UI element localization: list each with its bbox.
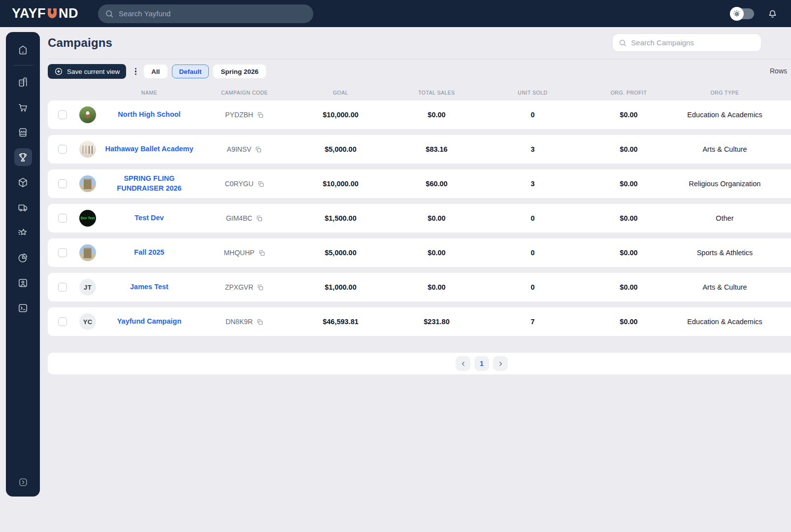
orange-u-magnet-icon — [46, 7, 58, 20]
chevron-right-icon — [497, 360, 504, 367]
org-profit-value: $0.00 — [581, 180, 677, 188]
unit-sold-value: 3 — [485, 145, 581, 153]
unit-sold-value: 3 — [485, 180, 581, 188]
sidebar-item-delivery-truck-icon[interactable] — [14, 199, 32, 216]
campaign-avatar-photo-ballet — [79, 141, 96, 158]
campaign-name-link[interactable]: Test Dev — [134, 213, 164, 223]
campaign-name-link[interactable]: Fall 2025 — [134, 248, 164, 258]
sidebar-item-shooting-star-icon[interactable] — [14, 224, 32, 241]
campaigns-table: NAMECAMPAIGN CODEGOALTOTAL SALESUNIT SOL… — [48, 85, 791, 374]
save-view-button[interactable]: Save current view — [48, 64, 126, 79]
copy-code-icon[interactable] — [256, 318, 264, 326]
sidebar-item-trophy-icon[interactable] — [14, 148, 32, 166]
campaign-name-link[interactable]: SPRING FLING FUNDRAISER 2026 — [103, 174, 195, 193]
sidebar-item-pie-chart-icon[interactable] — [14, 249, 32, 266]
table-row: JT James Test ZPXGVR $1,000.00 $0.00 0 $… — [48, 273, 791, 301]
goal-value: $5,000.00 — [293, 249, 389, 257]
notifications-bell-icon[interactable] — [767, 8, 778, 19]
campaign-avatar-photo-dog — [79, 106, 96, 123]
copy-code-icon[interactable] — [256, 215, 263, 222]
copy-code-icon[interactable] — [255, 146, 262, 153]
view-tab-default[interactable]: Default — [172, 65, 209, 78]
campaign-avatar-photo-cathedral — [79, 175, 96, 192]
unit-sold-value: 0 — [485, 283, 581, 291]
sidebar-item-contact-card-icon[interactable] — [14, 274, 32, 292]
row-checkbox[interactable] — [58, 317, 67, 326]
unit-sold-value: 0 — [485, 249, 581, 257]
total-sales-value: $0.00 — [389, 214, 485, 222]
campaign-search — [612, 33, 761, 52]
row-checkbox[interactable] — [58, 179, 67, 188]
campaign-name-link[interactable]: James Test — [130, 282, 168, 292]
org-profit-value: $0.00 — [581, 249, 677, 257]
pagination-next-button[interactable] — [493, 356, 508, 371]
sidebar-item-shopping-cart-icon[interactable] — [14, 98, 32, 116]
org-profit-value: $0.00 — [581, 145, 677, 153]
goal-value: $10,000.00 — [293, 111, 389, 119]
sidebar-item-home-icon[interactable] — [14, 41, 32, 59]
pagination-page-1[interactable]: 1 — [474, 356, 489, 371]
copy-code-icon[interactable] — [258, 249, 265, 257]
yayfund-logo[interactable]: YAYF ND — [12, 6, 78, 21]
sidebar-item-terminal-icon[interactable] — [14, 299, 32, 317]
table-header-row: NAMECAMPAIGN CODEGOALTOTAL SALESUNIT SOL… — [48, 85, 791, 100]
org-type-value: Arts & Culture — [677, 283, 773, 291]
row-checkbox[interactable] — [58, 110, 67, 119]
copy-code-icon[interactable] — [257, 284, 264, 291]
pagination-prev-button[interactable] — [456, 356, 470, 371]
copy-code-icon[interactable] — [257, 111, 264, 119]
campaign-name-link[interactable]: North High School — [118, 110, 180, 120]
campaign-name-link[interactable]: Hathaway Ballet Academy — [105, 144, 193, 154]
column-header: GOAL — [293, 90, 389, 96]
total-sales-value: $0.00 — [389, 111, 485, 119]
theme-toggle[interactable] — [731, 8, 754, 19]
column-header: UNIT SOLD — [485, 90, 581, 96]
sidebar-collapse-chevron-right-square[interactable] — [16, 475, 31, 490]
campaign-code: A9INSV — [227, 145, 252, 153]
header-divider — [48, 59, 791, 59]
top-navbar: YAYF ND — [0, 0, 791, 27]
row-checkbox[interactable] — [58, 145, 67, 154]
goal-value: $1,500.00 — [293, 214, 389, 222]
org-type-value: Education & Academics — [677, 111, 773, 119]
toolbar: Save current view AllDefaultSpring 2026 … — [48, 64, 791, 79]
total-sales-value: $83.16 — [389, 145, 485, 153]
search-icon — [619, 38, 626, 47]
sidebar-item-cube-icon[interactable] — [14, 173, 32, 191]
save-view-label: Save current view — [67, 68, 120, 75]
table-footer: 1 — [48, 353, 791, 374]
view-tabs: AllDefaultSpring 2026 — [144, 65, 270, 78]
logo-text-post: ND — [59, 6, 78, 21]
total-sales-value: $60.00 — [389, 180, 485, 188]
org-profit-value: $0.00 — [581, 111, 677, 119]
copy-code-icon[interactable] — [257, 180, 264, 188]
view-tab-all[interactable]: All — [144, 65, 167, 78]
campaign-code: MHQUHP — [224, 249, 254, 257]
campaign-code: DN8K9R — [226, 318, 253, 326]
row-checkbox[interactable] — [58, 248, 67, 257]
campaign-name-link[interactable]: Yayfund Campaign — [117, 317, 182, 327]
org-profit-value: $0.00 — [581, 214, 677, 222]
org-type-value: Sports & Athletics — [677, 249, 773, 257]
sidebar-item-storefront-icon[interactable] — [14, 123, 32, 141]
more-options-icon[interactable] — [131, 68, 140, 75]
org-type-value: Arts & Culture — [677, 145, 773, 153]
row-checkbox[interactable] — [58, 214, 67, 223]
unit-sold-value: 0 — [485, 214, 581, 222]
row-checkbox[interactable] — [58, 283, 67, 292]
column-header: TOTAL SALES — [389, 90, 485, 96]
campaign-search-input[interactable] — [631, 38, 755, 47]
campaigns-page: Campaigns Save current view AllDefaultSp… — [48, 27, 791, 374]
org-type-value: Education & Academics — [677, 318, 773, 326]
org-type-value: Religious Organization — [677, 180, 773, 188]
view-tab-spring-2026[interactable]: Spring 2026 — [213, 65, 266, 78]
goal-value: $46,593.81 — [293, 318, 389, 326]
table-row: YC Yayfund Campaign DN8K9R $46,593.81 $2… — [48, 307, 791, 336]
campaign-code: C0RYGU — [225, 180, 253, 188]
table-row: Dev Test Test Dev GIM4BC $1,500.00 $0.00… — [48, 204, 791, 233]
sidebar-item-buildings-icon[interactable] — [14, 73, 32, 91]
campaign-code: PYDZBH — [225, 111, 253, 119]
table-row: Fall 2025 MHQUHP $5,000.00 $0.00 0 $0.00… — [48, 238, 791, 267]
global-search-input[interactable] — [119, 9, 306, 18]
sidebar-divider — [13, 65, 33, 66]
